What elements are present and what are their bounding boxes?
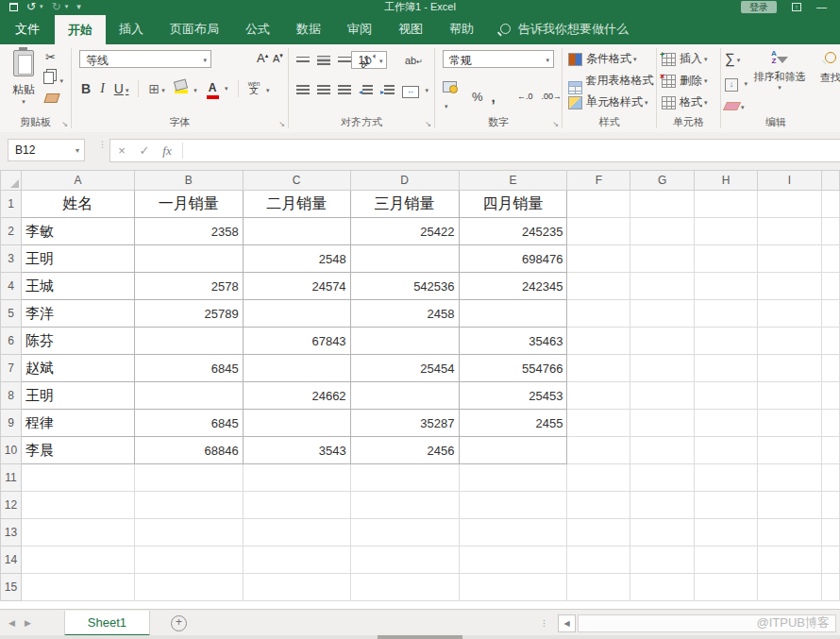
cell-I10[interactable] bbox=[758, 437, 822, 464]
cell-A11[interactable] bbox=[21, 464, 134, 492]
cell-A5[interactable]: 李洋 bbox=[21, 300, 134, 328]
row-header-10[interactable]: 10 bbox=[1, 437, 22, 464]
cell-I2[interactable] bbox=[758, 218, 822, 245]
align-center-icon[interactable] bbox=[317, 85, 330, 94]
cell-A4[interactable]: 王城 bbox=[21, 273, 134, 300]
cell-D1[interactable]: 三月销量 bbox=[350, 191, 459, 218]
decrease-decimal-icon[interactable]: .00→ bbox=[541, 92, 562, 101]
cell-G7[interactable] bbox=[630, 355, 695, 382]
tab-help[interactable]: 帮助 bbox=[436, 13, 487, 44]
cell-F14[interactable] bbox=[567, 547, 630, 574]
row-header-6[interactable]: 6 bbox=[1, 328, 22, 355]
cell-H4[interactable] bbox=[695, 273, 758, 300]
cell-F3[interactable] bbox=[567, 245, 630, 273]
cell-D15[interactable] bbox=[350, 574, 459, 601]
cell-B4[interactable]: 2578 bbox=[134, 273, 243, 300]
align-right-icon[interactable] bbox=[338, 85, 351, 94]
row-header-5[interactable]: 5 bbox=[1, 300, 22, 328]
cell-C10[interactable]: 3543 bbox=[243, 437, 350, 464]
tab-insert[interactable]: 插入 bbox=[106, 13, 157, 44]
cell-G3[interactable] bbox=[630, 245, 695, 273]
cell-H14[interactable] bbox=[695, 547, 758, 574]
cell-H2[interactable] bbox=[695, 218, 758, 245]
cut-icon[interactable]: ✂ bbox=[45, 50, 56, 64]
cell-E4[interactable]: 242345 bbox=[459, 273, 567, 300]
cell-D4[interactable]: 542536 bbox=[350, 273, 459, 300]
cell-E7[interactable]: 554766 bbox=[459, 355, 567, 382]
cell-G9[interactable] bbox=[630, 410, 695, 437]
cell-I12[interactable] bbox=[758, 492, 822, 519]
cell-F15[interactable] bbox=[567, 574, 630, 601]
cancel-button[interactable]: × bbox=[110, 143, 133, 158]
cell-C7[interactable] bbox=[243, 355, 350, 382]
cell-I11[interactable] bbox=[758, 464, 822, 492]
clipboard-dialog-launcher-icon[interactable]: ↘ bbox=[61, 120, 68, 128]
merge-center-button[interactable]: ↔ bbox=[402, 80, 428, 98]
cell-G1[interactable] bbox=[630, 191, 695, 218]
cell-A9[interactable]: 程律 bbox=[21, 410, 134, 437]
cell-C8[interactable]: 24662 bbox=[243, 382, 350, 410]
tab-formulas[interactable]: 公式 bbox=[232, 13, 283, 44]
cell-H11[interactable] bbox=[695, 464, 758, 492]
tab-data[interactable]: 数据 bbox=[283, 13, 334, 44]
find-select-button[interactable]: 查找 bbox=[812, 50, 840, 85]
decrease-indent-icon[interactable]: ◂ bbox=[359, 81, 373, 98]
cell-D11[interactable] bbox=[350, 464, 459, 492]
cell-F1[interactable] bbox=[567, 191, 630, 218]
minimize-button[interactable]: — bbox=[816, 1, 827, 12]
row-header-4[interactable]: 4 bbox=[1, 273, 22, 300]
cell-I6[interactable] bbox=[758, 328, 822, 355]
paste-button[interactable]: 粘贴 ▾ bbox=[8, 50, 40, 106]
redo-dropdown-icon[interactable]: ▾ bbox=[65, 3, 69, 10]
cell-C1[interactable]: 二月销量 bbox=[243, 191, 350, 218]
cell-G5[interactable] bbox=[630, 300, 695, 328]
row-header-15[interactable]: 15 bbox=[1, 574, 22, 601]
cell-E14[interactable] bbox=[459, 547, 567, 574]
name-box[interactable]: B12▾ bbox=[8, 139, 85, 161]
cell-I9[interactable] bbox=[758, 410, 822, 437]
column-header-H[interactable]: H bbox=[695, 171, 758, 191]
cell-I15[interactable] bbox=[758, 574, 822, 601]
cell-A8[interactable]: 王明 bbox=[21, 382, 134, 410]
row-header-9[interactable]: 9 bbox=[1, 410, 22, 437]
cell-A10[interactable]: 李晨 bbox=[21, 437, 134, 464]
cell-E2[interactable]: 245235 bbox=[459, 218, 567, 245]
row-header-3[interactable]: 3 bbox=[1, 245, 22, 273]
cell-H12[interactable] bbox=[695, 492, 758, 519]
number-format-select[interactable]: 常规▾ bbox=[443, 50, 554, 68]
cell-G13[interactable] bbox=[630, 519, 695, 547]
bold-button[interactable]: B bbox=[81, 81, 91, 96]
delete-cells-button[interactable]: × 删除 bbox=[662, 73, 708, 89]
align-left-icon[interactable] bbox=[296, 85, 310, 94]
cell-H13[interactable] bbox=[695, 519, 758, 547]
cell-F12[interactable] bbox=[567, 492, 630, 519]
cell-B5[interactable]: 25789 bbox=[134, 300, 243, 328]
column-header-F[interactable]: F bbox=[567, 171, 630, 191]
hscroll-left-icon[interactable]: ◀ bbox=[558, 614, 576, 632]
add-sheet-button[interactable]: + bbox=[171, 615, 187, 631]
cell-I7[interactable] bbox=[758, 355, 822, 382]
format-cells-button[interactable]: 格式 bbox=[662, 94, 708, 110]
tab-page-layout[interactable]: 页面布局 bbox=[157, 13, 232, 44]
cell-D2[interactable]: 25422 bbox=[350, 218, 459, 245]
row-header-8[interactable]: 8 bbox=[1, 382, 22, 410]
undo-dropdown-icon[interactable]: ▾ bbox=[40, 3, 43, 10]
undo-icon[interactable]: ↺ bbox=[26, 2, 36, 11]
column-header-G[interactable]: G bbox=[630, 171, 695, 191]
grow-font-icon[interactable]: A▴ bbox=[257, 51, 268, 65]
italic-button[interactable]: I bbox=[100, 81, 105, 96]
cell-F10[interactable] bbox=[567, 437, 630, 464]
cell-D8[interactable] bbox=[350, 382, 459, 410]
font-dialog-launcher-icon[interactable]: ↘ bbox=[278, 120, 285, 128]
tell-me-search[interactable]: 告诉我你想要做什么 bbox=[500, 13, 629, 44]
cell-E9[interactable]: 2455 bbox=[459, 410, 567, 437]
cell-C14[interactable] bbox=[243, 547, 350, 574]
cell-G10[interactable] bbox=[630, 437, 695, 464]
cell-E3[interactable]: 698476 bbox=[459, 245, 567, 273]
cell-F5[interactable] bbox=[567, 300, 630, 328]
cell-C2[interactable] bbox=[243, 218, 350, 245]
sheet-nav-right-icon[interactable]: ▶ bbox=[16, 618, 40, 628]
statusbar-scroll-thumb[interactable] bbox=[378, 635, 462, 639]
increase-decimal-icon[interactable]: ←.0 bbox=[517, 92, 533, 101]
cell-I4[interactable] bbox=[758, 273, 822, 300]
